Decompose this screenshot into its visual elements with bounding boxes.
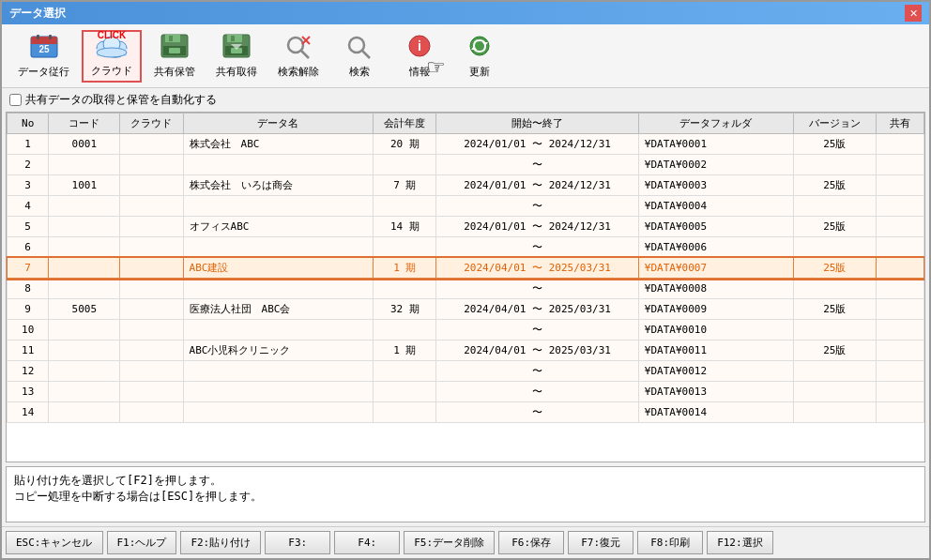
status-line2: コピー処理を中断する場合は[ESC]を押します。 <box>14 489 917 505</box>
automate-checkbox[interactable] <box>9 94 22 106</box>
table-row[interactable]: 95005医療法人社団 ABC会32 期2024/04/01 〜 2025/03… <box>8 299 924 320</box>
cloud-button[interactable]: クラウド CLICK <box>82 30 142 83</box>
svg-text:i: i <box>418 38 421 53</box>
data-keiei-icon: 25 <box>29 33 59 63</box>
kensaku-kaijo-label: 検索解除 <box>278 65 319 79</box>
svg-rect-17 <box>169 36 173 41</box>
f5-delete-button[interactable]: F5:データ削除 <box>404 531 495 554</box>
kyoyu-hokan-button[interactable]: 共有保管 <box>145 30 204 83</box>
svg-point-14 <box>97 48 127 57</box>
kyoyu-shutoku-button[interactable]: 共有取得 <box>207 30 266 83</box>
f8-print-button[interactable]: F8:印刷 <box>637 531 703 554</box>
f12-select-button[interactable]: F12:選択 <box>707 531 773 554</box>
svg-rect-5 <box>49 35 52 39</box>
table-row[interactable]: 2〜¥DATA¥0002 <box>8 155 924 175</box>
svg-rect-4 <box>37 35 39 39</box>
kensaku-button[interactable]: 検索 <box>331 30 388 83</box>
main-window: データ選択 ✕ 25 データ従行 <box>0 0 931 560</box>
koshin-button[interactable]: 更新 <box>451 30 508 83</box>
automate-checkbox-label: 共有データの取得と保管を自動化する <box>25 92 217 108</box>
joho-button[interactable]: i 情報 <box>391 30 448 83</box>
main-content: No コード クラウド データ名 会計年度 開始〜終了 データフォルダ バージョ… <box>2 112 929 558</box>
f2-paste-button[interactable]: F2:貼り付け <box>180 531 261 554</box>
joho-label: 情報 <box>409 65 430 79</box>
svg-rect-19 <box>169 48 180 53</box>
koshin-icon <box>465 33 495 63</box>
data-table-container[interactable]: No コード クラウド データ名 会計年度 開始〜終了 データフォルダ バージョ… <box>6 112 925 462</box>
kyoyu-hokan-icon <box>160 33 190 63</box>
table-body: 10001株式会社 ABC20 期2024/01/01 〜 2024/12/31… <box>8 134 924 423</box>
header-cloud: クラウド <box>120 114 183 134</box>
kensaku-label: 検索 <box>349 65 370 79</box>
title-bar: データ選択 ✕ <box>2 2 929 24</box>
koshin-label: 更新 <box>469 65 490 79</box>
table-row[interactable]: 12〜¥DATA¥0012 <box>8 361 924 382</box>
table-row[interactable]: 7ABC建設1 期2024/04/01 〜 2025/03/31¥DATA¥00… <box>8 258 924 279</box>
header-year: 会計年度 <box>374 114 436 134</box>
f1-help-button[interactable]: F1:ヘルプ <box>107 531 177 554</box>
cloud-label: クラウド <box>91 64 132 78</box>
header-code: コード <box>49 114 120 134</box>
header-version: バージョン <box>793 114 877 134</box>
data-keiei-button[interactable]: 25 データ従行 <box>9 30 78 83</box>
svg-line-27 <box>301 51 309 58</box>
kensaku-kaijo-icon <box>283 33 313 63</box>
toolbar: 25 データ従行 <box>2 24 929 88</box>
table-row[interactable]: 14〜¥DATA¥0014 <box>8 402 924 423</box>
svg-point-30 <box>349 38 364 53</box>
table-row[interactable]: 10〜¥DATA¥0010 <box>8 320 924 341</box>
table-row[interactable]: 13〜¥DATA¥0013 <box>8 382 924 402</box>
table-header-row: No コード クラウド データ名 会計年度 開始〜終了 データフォルダ バージョ… <box>8 114 924 134</box>
automate-checkbox-area: 共有データの取得と保管を自動化する <box>2 88 929 112</box>
table-row[interactable]: 10001株式会社 ABC20 期2024/01/01 〜 2024/12/31… <box>8 134 924 155</box>
f4-button[interactable]: F4: <box>334 531 400 554</box>
header-name: データ名 <box>183 114 374 134</box>
footer-buttons: ESC:キャンセルF1:ヘルプF2:貼り付けF3:F4:F5:データ削除F6:保… <box>2 526 929 558</box>
close-button[interactable]: ✕ <box>905 5 922 22</box>
f3-button[interactable]: F3: <box>265 531 330 554</box>
window-title: データ選択 <box>9 6 66 22</box>
table-row[interactable]: 4〜¥DATA¥0004 <box>8 196 924 217</box>
cloud-icon <box>95 34 129 62</box>
esc-cancel-button[interactable]: ESC:キャンセル <box>6 531 103 554</box>
kyoyu-hokan-label: 共有保管 <box>154 65 195 79</box>
header-shared: 共有 <box>877 114 924 134</box>
data-keiei-label: データ従行 <box>18 65 69 79</box>
kensaku-kaijo-button[interactable]: 検索解除 <box>269 30 328 83</box>
table-row[interactable]: 11ABC小児科クリニック1 期2024/04/01 〜 2025/03/31¥… <box>8 341 924 361</box>
data-table: No コード クラウド データ名 会計年度 開始〜終了 データフォルダ バージョ… <box>7 113 924 423</box>
joho-icon: i <box>404 33 435 63</box>
status-line1: 貼り付け先を選択して[F2]を押します。 <box>14 473 917 489</box>
f7-restore-button[interactable]: F7:復元 <box>568 531 633 554</box>
kyoyu-shutoku-icon <box>221 33 252 63</box>
svg-point-26 <box>288 38 303 53</box>
f6-save-button[interactable]: F6:保存 <box>498 531 564 554</box>
svg-line-31 <box>362 51 370 58</box>
table-row[interactable]: 31001株式会社 いろは商会7 期2024/01/01 〜 2024/12/3… <box>8 175 924 196</box>
svg-rect-22 <box>231 36 235 41</box>
header-folder: データフォルダ <box>638 114 793 134</box>
header-period: 開始〜終了 <box>436 114 638 134</box>
table-row[interactable]: 8〜¥DATA¥0008 <box>8 279 924 299</box>
kensaku-icon <box>344 33 374 63</box>
header-no: No <box>8 114 49 134</box>
status-area: 貼り付け先を選択して[F2]を押します。 コピー処理を中断する場合は[ESC]を… <box>6 466 925 522</box>
table-row[interactable]: 6〜¥DATA¥0006 <box>8 237 924 258</box>
table-row[interactable]: 5オフィスABC14 期2024/01/01 〜 2024/12/31¥DATA… <box>8 217 924 237</box>
svg-text:25: 25 <box>38 44 50 54</box>
kyoyu-shutoku-label: 共有取得 <box>216 65 257 79</box>
